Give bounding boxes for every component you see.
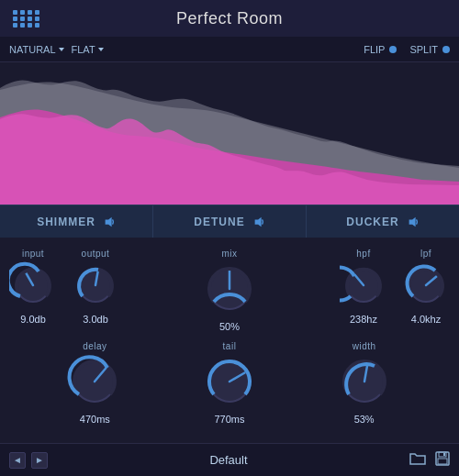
split-dot <box>442 46 450 53</box>
ducker-label: DUCKER <box>346 216 398 228</box>
width-label: width <box>353 341 376 351</box>
save-icon[interactable] <box>435 451 450 470</box>
section-tabs: SHIMMER DETUNE DUCKER <box>0 205 459 238</box>
lpf-knob-group: lpf 4.0khz <box>402 249 450 325</box>
mix-value: 50% <box>219 321 240 332</box>
hpf-knob-group: hpf 238hz <box>340 249 387 325</box>
viz-svg <box>0 62 459 205</box>
preset-name: Default <box>209 453 247 467</box>
input-label: input <box>22 249 44 259</box>
delay-knob-group: delay 470ms <box>67 341 122 425</box>
output-knob-group: output 3.0db <box>72 249 119 325</box>
flat-dropdown-arrow <box>98 48 104 51</box>
controls-row-1: input 9.0db output <box>9 249 450 332</box>
tail-label: tail <box>223 341 237 351</box>
svg-rect-11 <box>443 453 445 456</box>
input-knob[interactable] <box>9 261 57 309</box>
lpf-label: lpf <box>420 249 431 259</box>
logo-icon <box>13 10 40 28</box>
tail-knob-group: tail 770ms <box>202 341 257 425</box>
folder-icon[interactable] <box>409 451 426 470</box>
mix-label: mix <box>221 249 237 259</box>
visualization-area <box>0 62 459 205</box>
hpf-label: hpf <box>356 249 370 259</box>
output-label: output <box>82 249 110 259</box>
tail-value: 770ms <box>214 414 244 425</box>
hpf-value: 238hz <box>350 314 377 325</box>
mix-knob[interactable] <box>202 261 257 316</box>
delay-label: delay <box>83 341 106 351</box>
output-value: 3.0db <box>83 314 108 325</box>
detune-label: DETUNE <box>194 216 244 228</box>
detune-tab[interactable]: DETUNE <box>153 205 307 238</box>
width-knob[interactable] <box>337 354 392 409</box>
header: Perfect Room <box>0 0 459 37</box>
bottom-bar: ◄ ► Default <box>0 443 459 476</box>
flip-toggle[interactable]: FLIP <box>364 44 397 55</box>
natural-dropdown[interactable]: NATURAL <box>9 44 64 55</box>
next-button[interactable]: ► <box>31 452 48 469</box>
split-toggle[interactable]: SPLIT <box>409 44 450 55</box>
width-value: 53% <box>354 414 375 425</box>
shimmer-label: SHIMMER <box>37 216 95 228</box>
hpf-lpf-group: hpf 238hz lpf <box>340 249 450 325</box>
output-knob[interactable] <box>72 261 119 309</box>
lpf-value: 4.0khz <box>411 314 441 325</box>
natural-dropdown-arrow <box>59 48 64 51</box>
delay-knob[interactable] <box>67 354 122 409</box>
input-knob-group: input 9.0db <box>9 249 57 325</box>
controls-row-2: delay 470ms tail <box>9 341 450 425</box>
flip-dot <box>389 46 397 53</box>
input-output-group: input 9.0db output <box>9 249 119 325</box>
detune-speaker-icon[interactable] <box>252 216 265 228</box>
ducker-speaker-icon[interactable] <box>407 216 420 228</box>
bottom-nav: ◄ ► <box>9 452 48 469</box>
top-bar: NATURAL FLAT FLIP SPLIT <box>0 37 459 62</box>
ducker-tab[interactable]: DUCKER <box>307 205 459 238</box>
hpf-knob[interactable] <box>340 261 387 309</box>
top-bar-right: FLIP SPLIT <box>364 44 450 55</box>
input-value: 9.0db <box>20 314 46 325</box>
shimmer-tab[interactable]: SHIMMER <box>0 205 153 238</box>
top-bar-left: NATURAL FLAT <box>9 44 364 55</box>
tail-knob[interactable] <box>202 354 257 409</box>
app-container: Perfect Room NATURAL FLAT FLIP SPLIT <box>0 0 459 476</box>
app-title: Perfect Room <box>176 9 283 28</box>
svg-rect-10 <box>438 459 447 464</box>
prev-button[interactable]: ◄ <box>9 452 26 469</box>
controls-area: input 9.0db output <box>0 238 459 439</box>
lpf-knob[interactable] <box>402 261 450 309</box>
width-knob-group: width 53% <box>337 341 392 425</box>
shimmer-speaker-icon[interactable] <box>103 216 116 228</box>
mix-knob-group: mix 50% <box>202 249 257 332</box>
delay-value: 470ms <box>80 414 110 425</box>
flat-dropdown[interactable]: FLAT <box>72 44 104 55</box>
bottom-icons <box>409 451 450 470</box>
